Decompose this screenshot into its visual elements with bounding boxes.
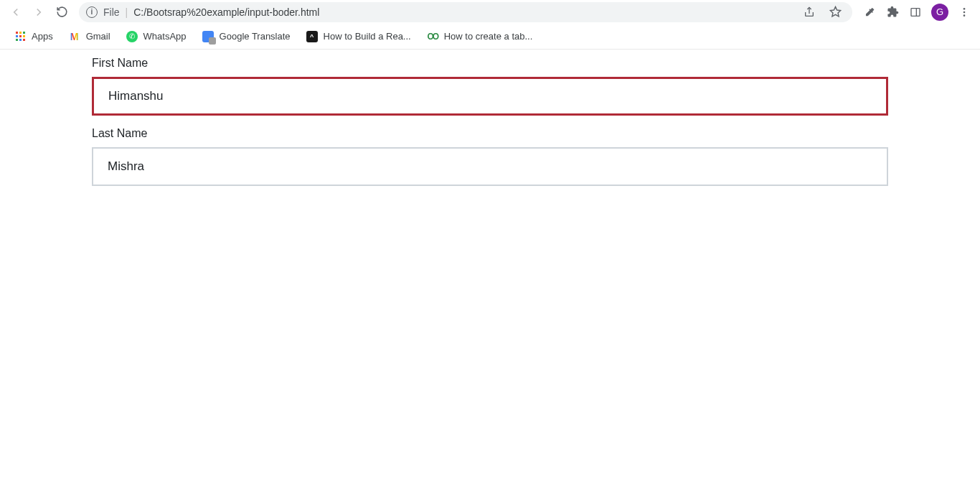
site-icon: ^ xyxy=(306,31,318,42)
site-info-icon[interactable]: i xyxy=(86,6,98,18)
bookmark-google-translate[interactable]: Google Translate xyxy=(197,28,296,45)
bookmark-apps[interactable]: Apps xyxy=(9,28,59,45)
forward-button[interactable] xyxy=(29,2,49,22)
url-separator: | xyxy=(126,6,128,18)
bookmarks-bar: Apps M Gmail ✆ WhatsApp Google Translate… xyxy=(0,24,980,50)
svg-point-4 xyxy=(963,11,966,13)
first-name-label: First Name xyxy=(92,57,888,70)
page-content: First Name Last Name xyxy=(0,50,980,186)
address-bar[interactable]: i File | C:/Bootsrap%20example/input-bod… xyxy=(79,2,852,22)
bookmark-howtocreate[interactable]: OO How to create a tab... xyxy=(421,28,539,45)
form-group-firstname: First Name xyxy=(92,57,888,116)
svg-marker-0 xyxy=(830,6,840,16)
form-group-lastname: Last Name xyxy=(92,127,888,186)
bookmark-label: How to create a tab... xyxy=(444,31,533,42)
bookmark-label: Google Translate xyxy=(220,31,291,42)
bookmark-label: Apps xyxy=(32,31,53,42)
profile-avatar[interactable]: G xyxy=(931,4,948,21)
gfg-icon: OO xyxy=(427,31,438,42)
profile-initial: G xyxy=(936,6,943,17)
menu-icon[interactable] xyxy=(954,2,974,22)
google-translate-icon xyxy=(202,31,214,42)
url-scheme: File xyxy=(103,6,120,18)
url-text: C:/Bootsrap%20example/input-boder.html xyxy=(133,6,319,18)
apps-icon xyxy=(14,31,26,42)
browser-toolbar: i File | C:/Bootsrap%20example/input-bod… xyxy=(0,0,980,24)
svg-point-3 xyxy=(963,8,966,10)
share-icon[interactable] xyxy=(799,2,819,22)
back-button[interactable] xyxy=(6,2,26,22)
bookmark-label: WhatsApp xyxy=(143,31,187,42)
bookmark-star-icon[interactable] xyxy=(825,2,845,22)
first-name-input[interactable] xyxy=(92,77,888,116)
extensions-icon[interactable] xyxy=(882,2,903,22)
bookmark-label: How to Build a Rea... xyxy=(324,31,411,42)
last-name-label: Last Name xyxy=(92,127,888,140)
whatsapp-icon: ✆ xyxy=(126,31,138,42)
reload-button[interactable] xyxy=(52,2,72,22)
svg-rect-1 xyxy=(911,8,920,16)
gmail-icon: M xyxy=(69,31,80,42)
bookmark-whatsapp[interactable]: ✆ WhatsApp xyxy=(121,28,192,45)
bookmark-howtobuild[interactable]: ^ How to Build a Rea... xyxy=(301,28,417,45)
last-name-input[interactable] xyxy=(92,147,888,186)
bookmark-gmail[interactable]: M Gmail xyxy=(63,28,116,45)
side-panel-icon[interactable] xyxy=(905,2,925,22)
bookmark-label: Gmail xyxy=(86,31,110,42)
eyedropper-icon[interactable] xyxy=(859,2,880,22)
svg-point-5 xyxy=(963,14,966,17)
